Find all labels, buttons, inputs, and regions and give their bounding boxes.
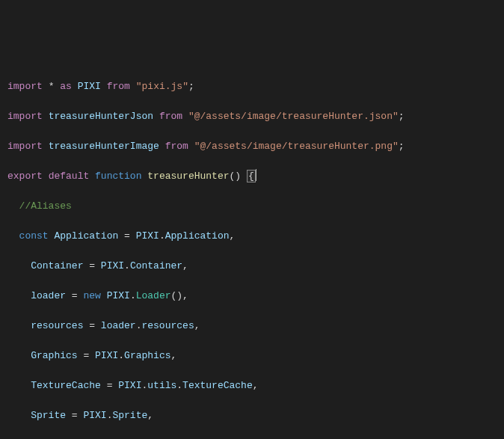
dot: . xyxy=(130,290,136,301)
string-literal: "@/assets/image/treasureHunter.png" xyxy=(194,141,399,152)
object-ref: PIXI xyxy=(107,290,130,301)
code-line: import treasureHunterJson from "@/assets… xyxy=(7,109,497,124)
keyword-default: default xyxy=(49,171,90,182)
comma: , xyxy=(182,260,188,271)
keyword-const: const xyxy=(19,230,49,242)
code-line: const Application = PIXI.Application, xyxy=(7,229,497,244)
dot: . xyxy=(176,380,182,391)
code-editor[interactable]: import * as PIXI from "pixi.js"; import … xyxy=(7,64,497,439)
code-line: Graphics = PIXI.Graphics, xyxy=(7,349,497,363)
property: Application xyxy=(165,230,230,242)
dot: . xyxy=(118,350,124,361)
equals: = xyxy=(66,410,83,421)
code-line: resources = loader.resources, xyxy=(7,319,497,334)
identifier: treasureHunterImage xyxy=(49,141,159,152)
property: Sprite xyxy=(112,410,147,421)
property: Container xyxy=(130,260,182,271)
constructor: Loader xyxy=(136,290,171,301)
identifier: treasureHunterJson xyxy=(49,111,153,122)
keyword-from: from xyxy=(159,111,182,122)
code-line: loader = new PIXI.Loader(), xyxy=(7,289,497,304)
property: Graphics xyxy=(124,350,170,361)
equals: = xyxy=(101,380,118,391)
property: TextureCache xyxy=(182,380,253,391)
comma: , xyxy=(194,320,200,331)
brace-open: { xyxy=(247,170,256,182)
code-line: export default function treasureHunter()… xyxy=(7,169,497,184)
variable-name: Graphics xyxy=(31,350,77,361)
code-line: //Aliases xyxy=(7,199,497,214)
comma: , xyxy=(230,230,236,242)
comma: , xyxy=(182,290,188,301)
variable-name: Sprite xyxy=(31,410,66,421)
keyword-from: from xyxy=(165,141,188,152)
object-ref: loader xyxy=(101,320,136,331)
property: utils xyxy=(147,380,176,391)
star-token: * xyxy=(49,81,55,92)
object-ref: PIXI xyxy=(95,350,118,361)
property: resources xyxy=(141,320,194,331)
keyword-import: import xyxy=(7,81,43,92)
code-line: import treasureHunterImage from "@/asset… xyxy=(7,139,497,154)
parens: () xyxy=(171,290,183,301)
comma: , xyxy=(171,350,177,361)
variable-name: Container xyxy=(31,260,83,271)
keyword-function: function xyxy=(95,171,141,182)
equals: = xyxy=(83,320,100,331)
keyword-from: from xyxy=(107,81,130,92)
semicolon: ; xyxy=(399,111,405,122)
string-literal: "pixi.js" xyxy=(136,81,188,92)
equals: = xyxy=(78,350,95,361)
comma: , xyxy=(147,410,153,421)
keyword-export: export xyxy=(7,171,43,182)
string-literal: "@/assets/image/treasureHunter.json" xyxy=(188,111,399,122)
code-line: TextureCache = PIXI.utils.TextureCache, xyxy=(7,378,497,393)
comma: , xyxy=(253,380,259,391)
equals: = xyxy=(83,260,100,271)
object-ref: PIXI xyxy=(118,380,141,391)
semicolon: ; xyxy=(399,141,405,152)
keyword-import: import xyxy=(7,141,43,152)
variable-name: resources xyxy=(31,320,83,331)
code-line: Container = PIXI.Container, xyxy=(7,259,497,274)
keyword-import: import xyxy=(7,111,43,122)
variable-name: TextureCache xyxy=(31,380,101,391)
semicolon: ; xyxy=(188,81,194,92)
comment: //Aliases xyxy=(19,200,72,212)
object-ref: PIXI xyxy=(101,260,124,271)
identifier-pixi: PIXI xyxy=(78,81,101,92)
equals: = xyxy=(118,230,135,242)
keyword-new: new xyxy=(83,290,100,301)
dot: . xyxy=(124,260,130,271)
dot: . xyxy=(159,230,165,242)
variable-name: Application xyxy=(54,230,118,242)
object-ref: PIXI xyxy=(136,230,159,242)
variable-name: loader xyxy=(31,290,66,301)
function-name: treasureHunter xyxy=(147,171,229,182)
object-ref: PIXI xyxy=(83,410,106,421)
parens: () xyxy=(230,171,242,182)
keyword-as: as xyxy=(60,81,72,92)
text-cursor xyxy=(256,169,256,181)
equals: = xyxy=(66,290,83,301)
code-line: Sprite = PIXI.Sprite, xyxy=(7,408,497,423)
code-line: import * as PIXI from "pixi.js"; xyxy=(7,79,497,94)
